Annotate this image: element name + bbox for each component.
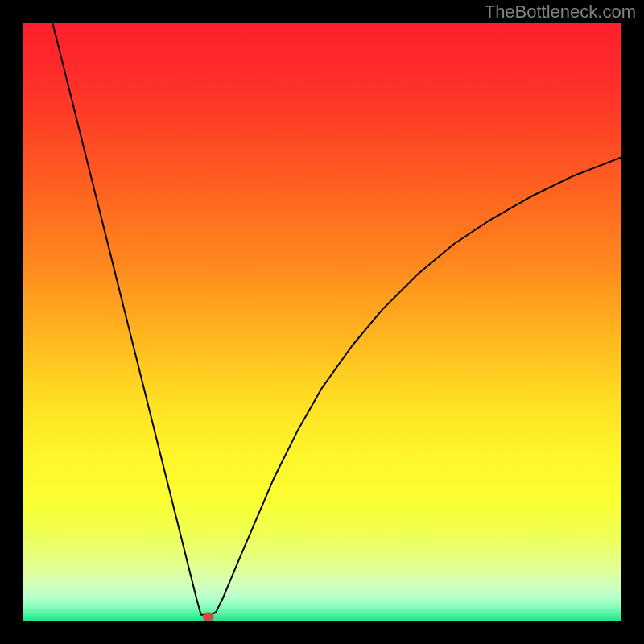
optimum-marker xyxy=(203,613,214,621)
chart-outer-frame: TheBottleneck.com xyxy=(0,0,644,644)
plot-area xyxy=(23,23,621,621)
gradient-background xyxy=(23,23,621,621)
chart-svg xyxy=(23,23,621,621)
watermark-text: TheBottleneck.com xyxy=(485,2,636,23)
